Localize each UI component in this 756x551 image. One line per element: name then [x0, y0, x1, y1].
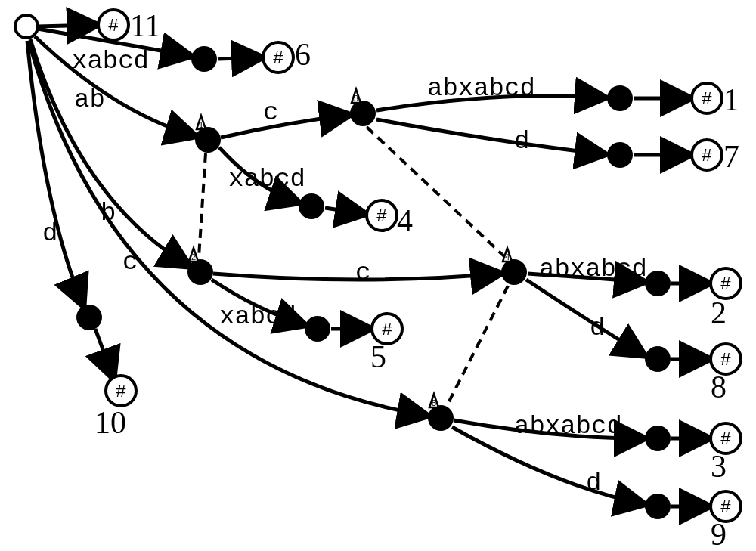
- tree-edge: [221, 115, 349, 138]
- terminal-hash: #: [720, 497, 731, 518]
- leaf-number: 8: [711, 369, 727, 405]
- leaf-number: 5: [370, 339, 386, 375]
- internal-node: [195, 127, 221, 153]
- leaf-number: 9: [711, 516, 727, 551]
- internal-node: [305, 316, 330, 342]
- terminal-hash: #: [273, 48, 284, 69]
- root-node: [15, 15, 38, 38]
- edge-label: xabcd: [72, 47, 149, 76]
- internal-node: [607, 142, 633, 168]
- internal-node: [645, 271, 671, 296]
- suffix-link-order-num: 4: [505, 252, 510, 262]
- internal-node: [645, 346, 671, 372]
- suffix-link: [448, 286, 508, 404]
- leaf-number: 4: [397, 203, 413, 239]
- edge-label: abxabcd: [514, 412, 622, 441]
- suffix-link-order-num: 5: [432, 398, 436, 407]
- leaf-number: 11: [130, 8, 160, 44]
- tree-edge: [218, 57, 262, 59]
- suffix-link: [367, 127, 507, 258]
- suffix-link-order-num: 2: [191, 252, 196, 262]
- tree-edge: [325, 208, 365, 214]
- terminal-hash: #: [702, 146, 712, 166]
- tree-edge: [526, 280, 644, 355]
- terminal-hash: #: [108, 16, 119, 36]
- leaf-number: 6: [295, 36, 311, 73]
- internal-node: [76, 305, 102, 330]
- leaf-number: 10: [94, 404, 126, 441]
- edge-label: c: [355, 258, 370, 287]
- terminal-hash: #: [382, 320, 392, 340]
- edge-label: c: [122, 248, 138, 277]
- internal-node: [607, 85, 633, 111]
- edge-label: abxabcd: [427, 74, 535, 103]
- leaf-number: 3: [711, 448, 727, 484]
- internal-node: [645, 494, 671, 519]
- suffix-link: [199, 153, 206, 257]
- internal-node: [428, 405, 454, 431]
- internal-node: [501, 259, 527, 285]
- leaf-number: 2: [711, 295, 727, 331]
- internal-node: [191, 46, 217, 72]
- suffix-link-order-num: 3: [354, 94, 358, 103]
- edge-label: b: [101, 199, 116, 228]
- leaf-number: 1: [723, 82, 739, 118]
- internal-node: [187, 259, 213, 285]
- leaf-number: 7: [723, 138, 739, 175]
- tree-edge: [38, 25, 97, 26]
- suffix-link-order-num: 1: [199, 120, 203, 129]
- terminal-hash: #: [720, 429, 731, 450]
- internal-node: [299, 193, 324, 219]
- terminal-hash: #: [720, 274, 731, 295]
- internal-node: [350, 101, 376, 126]
- edge-label: d: [42, 219, 57, 248]
- edge-label: d: [586, 469, 601, 497]
- edge-label: c: [263, 98, 278, 127]
- tree-edge: [376, 119, 605, 154]
- terminal-hash: #: [702, 89, 712, 110]
- terminal-hash: #: [720, 350, 731, 370]
- tree-edge: [95, 329, 113, 378]
- edge-label: d: [590, 314, 605, 342]
- edge-label: ab: [74, 85, 105, 114]
- terminal-hash: #: [376, 206, 387, 227]
- edge-label: d: [514, 127, 529, 156]
- internal-node: [645, 426, 671, 451]
- edge-label: xabcd: [228, 165, 305, 193]
- terminal-hash: #: [116, 382, 126, 402]
- edge-label: xabcd: [219, 302, 296, 331]
- tree-edge: [27, 41, 83, 305]
- edge-label: abxabcd: [539, 255, 647, 283]
